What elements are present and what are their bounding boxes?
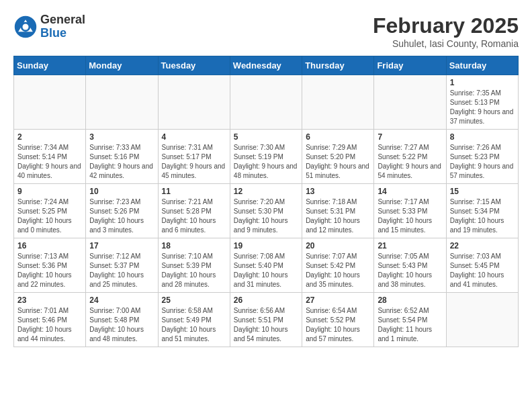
- day-number: 8: [450, 132, 515, 142]
- day-info: Sunrise: 6:52 AM Sunset: 5:54 PM Dayligh…: [378, 306, 442, 344]
- calendar-cell: 7Sunrise: 7:27 AM Sunset: 5:22 PM Daylig…: [374, 130, 446, 184]
- calendar-cell: [446, 293, 518, 347]
- calendar-cell: 11Sunrise: 7:21 AM Sunset: 5:28 PM Dayli…: [158, 184, 230, 238]
- day-info: Sunrise: 7:10 AM Sunset: 5:39 PM Dayligh…: [162, 252, 226, 289]
- calendar-cell: 1Sunrise: 7:35 AM Sunset: 5:13 PM Daylig…: [446, 75, 518, 130]
- day-number: 6: [306, 132, 370, 142]
- calendar-week-row: 9Sunrise: 7:24 AM Sunset: 5:25 PM Daylig…: [14, 184, 519, 238]
- day-header-thursday: Thursday: [302, 56, 374, 75]
- day-number: 17: [89, 241, 154, 250]
- day-info: Sunrise: 7:33 AM Sunset: 5:16 PM Dayligh…: [89, 143, 154, 181]
- calendar-cell: 19Sunrise: 7:08 AM Sunset: 5:40 PM Dayli…: [230, 238, 302, 293]
- calendar-cell: 9Sunrise: 7:24 AM Sunset: 5:25 PM Daylig…: [14, 184, 86, 238]
- calendar-cell: 22Sunrise: 7:03 AM Sunset: 5:45 PM Dayli…: [446, 238, 518, 293]
- day-info: Sunrise: 7:08 AM Sunset: 5:40 PM Dayligh…: [234, 252, 298, 289]
- calendar-cell: 6Sunrise: 7:29 AM Sunset: 5:20 PM Daylig…: [302, 130, 374, 184]
- day-number: 23: [17, 295, 82, 305]
- day-number: 12: [234, 187, 298, 196]
- calendar-cell: 28Sunrise: 6:52 AM Sunset: 5:54 PM Dayli…: [374, 293, 446, 347]
- day-number: 9: [17, 187, 82, 196]
- calendar-cell: 17Sunrise: 7:12 AM Sunset: 5:37 PM Dayli…: [86, 238, 158, 293]
- location-text: Suhulet, Iasi County, Romania: [373, 38, 519, 49]
- day-number: 1: [450, 78, 515, 87]
- day-info: Sunrise: 7:27 AM Sunset: 5:22 PM Dayligh…: [378, 143, 442, 181]
- logo-general-text: General: [40, 13, 85, 27]
- day-number: 2: [17, 132, 82, 142]
- day-number: 5: [234, 132, 298, 142]
- calendar-cell: 10Sunrise: 7:23 AM Sunset: 5:26 PM Dayli…: [86, 184, 158, 238]
- day-number: 16: [17, 241, 82, 250]
- calendar-cell: 21Sunrise: 7:05 AM Sunset: 5:43 PM Dayli…: [374, 238, 446, 293]
- day-header-saturday: Saturday: [446, 56, 518, 75]
- day-header-monday: Monday: [86, 56, 158, 75]
- day-number: 20: [306, 241, 370, 250]
- day-info: Sunrise: 7:23 AM Sunset: 5:26 PM Dayligh…: [89, 197, 154, 235]
- calendar-cell: 14Sunrise: 7:17 AM Sunset: 5:33 PM Dayli…: [374, 184, 446, 238]
- day-number: 27: [306, 295, 370, 305]
- day-info: Sunrise: 7:00 AM Sunset: 5:48 PM Dayligh…: [89, 306, 154, 344]
- calendar-cell: 5Sunrise: 7:30 AM Sunset: 5:19 PM Daylig…: [230, 130, 302, 184]
- calendar-header-row: SundayMondayTuesdayWednesdayThursdayFrid…: [14, 56, 519, 75]
- calendar-cell: 16Sunrise: 7:13 AM Sunset: 5:36 PM Dayli…: [14, 238, 86, 293]
- calendar-cell: [86, 75, 158, 130]
- calendar-cell: [302, 75, 374, 130]
- day-info: Sunrise: 7:30 AM Sunset: 5:19 PM Dayligh…: [234, 143, 298, 181]
- calendar-cell: 27Sunrise: 6:54 AM Sunset: 5:52 PM Dayli…: [302, 293, 374, 347]
- day-info: Sunrise: 7:31 AM Sunset: 5:17 PM Dayligh…: [162, 143, 226, 181]
- logo-blue-text: Blue: [40, 27, 85, 40]
- day-header-wednesday: Wednesday: [230, 56, 302, 75]
- calendar-cell: 24Sunrise: 7:00 AM Sunset: 5:48 PM Dayli…: [86, 293, 158, 347]
- calendar-cell: [374, 75, 446, 130]
- day-info: Sunrise: 7:01 AM Sunset: 5:46 PM Dayligh…: [17, 306, 82, 344]
- day-number: 3: [89, 132, 154, 142]
- svg-point-3: [23, 24, 29, 30]
- calendar-week-row: 2Sunrise: 7:34 AM Sunset: 5:14 PM Daylig…: [14, 130, 519, 184]
- day-info: Sunrise: 7:20 AM Sunset: 5:30 PM Dayligh…: [234, 197, 298, 235]
- calendar-week-row: 16Sunrise: 7:13 AM Sunset: 5:36 PM Dayli…: [14, 238, 519, 293]
- calendar-cell: 2Sunrise: 7:34 AM Sunset: 5:14 PM Daylig…: [14, 130, 86, 184]
- day-number: 10: [89, 187, 154, 196]
- day-info: Sunrise: 6:56 AM Sunset: 5:51 PM Dayligh…: [234, 306, 298, 344]
- calendar-cell: 26Sunrise: 6:56 AM Sunset: 5:51 PM Dayli…: [230, 293, 302, 347]
- day-info: Sunrise: 7:35 AM Sunset: 5:13 PM Dayligh…: [450, 89, 515, 126]
- logo-icon: [13, 15, 38, 39]
- day-info: Sunrise: 7:13 AM Sunset: 5:36 PM Dayligh…: [17, 252, 82, 289]
- title-area: February 2025 Suhulet, Iasi County, Roma…: [373, 13, 519, 49]
- calendar-cell: 18Sunrise: 7:10 AM Sunset: 5:39 PM Dayli…: [158, 238, 230, 293]
- calendar-week-row: 23Sunrise: 7:01 AM Sunset: 5:46 PM Dayli…: [14, 293, 519, 347]
- calendar-cell: [230, 75, 302, 130]
- calendar-week-row: 1Sunrise: 7:35 AM Sunset: 5:13 PM Daylig…: [14, 75, 519, 130]
- day-number: 22: [450, 241, 515, 250]
- calendar-cell: 3Sunrise: 7:33 AM Sunset: 5:16 PM Daylig…: [86, 130, 158, 184]
- day-info: Sunrise: 7:17 AM Sunset: 5:33 PM Dayligh…: [378, 197, 442, 235]
- calendar-cell: 13Sunrise: 7:18 AM Sunset: 5:31 PM Dayli…: [302, 184, 374, 238]
- day-number: 21: [378, 241, 442, 250]
- day-number: 18: [162, 241, 226, 250]
- day-info: Sunrise: 7:12 AM Sunset: 5:37 PM Dayligh…: [89, 252, 154, 289]
- day-header-tuesday: Tuesday: [158, 56, 230, 75]
- day-number: 26: [234, 295, 298, 305]
- day-number: 25: [162, 295, 226, 305]
- calendar-table: SundayMondayTuesdayWednesdayThursdayFrid…: [13, 56, 519, 347]
- day-header-sunday: Sunday: [14, 56, 86, 75]
- day-number: 7: [378, 132, 442, 142]
- calendar-cell: 15Sunrise: 7:15 AM Sunset: 5:34 PM Dayli…: [446, 184, 518, 238]
- calendar-cell: 23Sunrise: 7:01 AM Sunset: 5:46 PM Dayli…: [14, 293, 86, 347]
- day-header-friday: Friday: [374, 56, 446, 75]
- day-info: Sunrise: 6:58 AM Sunset: 5:49 PM Dayligh…: [162, 306, 226, 344]
- day-number: 14: [378, 187, 442, 196]
- logo: General Blue: [13, 13, 85, 40]
- day-number: 4: [162, 132, 226, 142]
- day-info: Sunrise: 7:15 AM Sunset: 5:34 PM Dayligh…: [450, 197, 515, 235]
- day-info: Sunrise: 7:24 AM Sunset: 5:25 PM Dayligh…: [17, 197, 82, 235]
- day-info: Sunrise: 7:21 AM Sunset: 5:28 PM Dayligh…: [162, 197, 226, 235]
- day-number: 28: [378, 295, 442, 305]
- calendar-cell: 8Sunrise: 7:26 AM Sunset: 5:23 PM Daylig…: [446, 130, 518, 184]
- day-info: Sunrise: 7:03 AM Sunset: 5:45 PM Dayligh…: [450, 252, 515, 289]
- day-info: Sunrise: 6:54 AM Sunset: 5:52 PM Dayligh…: [306, 306, 370, 344]
- day-number: 15: [450, 187, 515, 196]
- page-header: General Blue February 2025 Suhulet, Iasi…: [13, 13, 519, 49]
- day-info: Sunrise: 7:18 AM Sunset: 5:31 PM Dayligh…: [306, 197, 370, 235]
- day-number: 19: [234, 241, 298, 250]
- calendar-cell: 25Sunrise: 6:58 AM Sunset: 5:49 PM Dayli…: [158, 293, 230, 347]
